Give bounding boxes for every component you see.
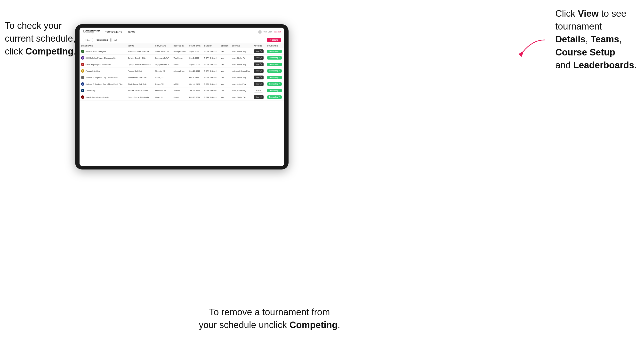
cell-competing[interactable]: Competing ✓	[266, 87, 284, 94]
cell-event-name: ACopper Cup	[80, 87, 126, 94]
col-hosted-by: HOSTED BY	[172, 44, 188, 48]
cell-competing[interactable]: Competing ✓	[266, 94, 284, 101]
cell-venue: Trinity Forest Golf Club	[126, 74, 154, 81]
nav-teams[interactable]: TEAMS	[127, 31, 136, 33]
competing-button[interactable]: Competing ✓	[267, 95, 282, 99]
create-button[interactable]: + Create	[267, 38, 281, 42]
cell-city: Phoenix, AZ	[154, 68, 172, 74]
table-row: HJohn A. Burns IntercollegiateOcean Cour…	[80, 94, 284, 101]
cell-competing[interactable]: Competing ✓	[266, 68, 284, 74]
cell-actions[interactable]: View ⓘ	[252, 94, 266, 101]
cell-division: NCAA Division I	[203, 74, 219, 81]
view-button[interactable]: View ⓘ	[254, 69, 264, 73]
cell-venue: Trinity Forest Golf Club	[126, 81, 154, 87]
device-screen: SCOREBOARD Powered by clippi TOURNAMENTS…	[80, 28, 284, 166]
cell-city: Lihue, HI	[154, 94, 172, 101]
cell-start-date: Sep 18, 2023	[188, 68, 203, 74]
cell-gender: Men	[219, 55, 230, 61]
cell-event-name: HJohn A. Burns Intercollegiate	[80, 94, 126, 101]
user-icon	[258, 30, 262, 34]
cell-division: NCAA Division I	[203, 61, 219, 68]
view-button[interactable]: View ⓘ	[254, 56, 264, 60]
edit-button[interactable]: ✏ Edit	[254, 89, 263, 93]
view-button[interactable]: View ⓘ	[254, 82, 264, 86]
cell-start-date: Sep 4, 2023	[188, 48, 203, 55]
cell-hosted-by: Arizona State	[172, 68, 188, 74]
cell-scoring: team, Stroke Play	[230, 94, 252, 101]
view-button[interactable]: View ⓘ	[254, 62, 264, 66]
competing-button[interactable]: Competing ✓	[267, 50, 282, 53]
col-venue: VENUE	[126, 44, 154, 48]
cell-competing[interactable]: Competing ✓	[266, 48, 284, 55]
table-row: W2023 Sahalee Players ChampionshipSahale…	[80, 55, 284, 61]
scoreboard-powered: Powered by clippi	[83, 32, 100, 34]
cell-competing[interactable]: Competing ✓	[266, 61, 284, 68]
table-row: PPapago IndividualPapago Golf ClubPhoeni…	[80, 68, 284, 74]
cell-scoring: team, Stroke Play	[230, 55, 252, 61]
competing-button[interactable]: Competing ✓	[267, 56, 282, 60]
cell-competing[interactable]: Competing ✓	[266, 81, 284, 87]
tab-competing[interactable]: Competing	[94, 38, 110, 42]
cell-actions[interactable]: View ⓘ	[252, 55, 266, 61]
cell-hosted-by: Washington	[172, 55, 188, 61]
cell-actions[interactable]: View ⓘ	[252, 48, 266, 55]
table-header-row: EVENT NAME VENUE CITY, STATE HOSTED BY S…	[80, 44, 284, 48]
cell-division: NCAA Division I	[203, 48, 219, 55]
table-row: GFolds of Honor CollegiateAmerican Dunes…	[80, 48, 284, 55]
annotation-top-right: Click View to seetournamentDetails, Team…	[555, 7, 637, 72]
competing-button[interactable]: Competing ✓	[267, 76, 282, 79]
cell-scoring: team, Match Play	[230, 87, 252, 94]
cell-division: NCAA Division I	[203, 94, 219, 101]
view-button[interactable]: View ⓘ	[254, 49, 264, 53]
tab-home[interactable]: Ho...	[83, 38, 93, 42]
cell-start-date: Oct 9, 2023	[188, 74, 203, 81]
col-gender: GENDER	[219, 44, 230, 48]
cell-hosted-by: ABAC	[172, 81, 188, 87]
cell-scoring: team, Match Play	[230, 81, 252, 87]
cell-scoring: team, Stroke Play	[230, 74, 252, 81]
cell-event-name: GFolds of Honor Collegiate	[80, 48, 126, 55]
cell-event-name: JJackson T. Stephens Cup – Men's Match P…	[80, 81, 126, 87]
cell-start-date: Feb 15, 2024	[188, 94, 203, 101]
nav-tournaments[interactable]: TOURNAMENTS	[104, 31, 123, 33]
cell-gender: Men	[219, 48, 230, 55]
cell-gender: Men	[219, 61, 230, 68]
cell-scoring: team, Stroke Play	[230, 61, 252, 68]
arrow-to-view	[518, 37, 547, 57]
competing-button[interactable]: Competing ✓	[267, 82, 282, 86]
nav-links: TOURNAMENTS TEAMS	[104, 31, 258, 33]
cell-actions[interactable]: View ⓘ	[252, 74, 266, 81]
col-division: DIVISION	[203, 44, 219, 48]
table-row: JJackson T. Stephens Cup – Men's Match P…	[80, 81, 284, 87]
tab-all[interactable]: All	[112, 38, 119, 42]
cell-venue: American Dunes Golf Club	[126, 48, 154, 55]
col-start-date: START DATE	[188, 44, 203, 48]
col-actions: ACTIONS	[252, 44, 266, 48]
cell-actions[interactable]: View ⓘ	[252, 68, 266, 74]
annotation-top-left: To check yourcurrent schedule,click Comp…	[5, 19, 76, 58]
cell-competing[interactable]: Competing ✓	[266, 55, 284, 61]
cell-city: Dallas, TX	[154, 81, 172, 87]
sign-out-link[interactable]: Sign out	[274, 31, 281, 33]
cell-actions[interactable]: View ⓘ	[252, 81, 266, 87]
competing-button[interactable]: Competing ✓	[267, 89, 282, 92]
user-label: Test User	[264, 31, 272, 33]
table-row: IOFCC Fighting Illini InvitationalOlympi…	[80, 61, 284, 68]
annotation-bottom-text: To remove a tournament fromyour schedule…	[199, 307, 340, 330]
cell-event-name: PPapago Individual	[80, 68, 126, 74]
tournaments-table-container: EVENT NAME VENUE CITY, STATE HOSTED BY S…	[80, 44, 284, 166]
competing-button[interactable]: Competing ✓	[267, 63, 282, 66]
view-button[interactable]: View ⓘ	[254, 76, 264, 79]
cell-city: Sammamish, WA	[154, 55, 172, 61]
cell-event-name: JJackson T. Stephens Cup – Stroke Play	[80, 74, 126, 81]
cell-event-name: IOFCC Fighting Illini Invitational	[80, 61, 126, 68]
cell-actions[interactable]: View ⓘ	[252, 61, 266, 68]
cell-competing[interactable]: Competing ✓	[266, 74, 284, 81]
col-city-state: CITY, STATE	[154, 44, 172, 48]
competing-button[interactable]: Competing ✓	[267, 69, 282, 73]
scoreboard-title: SCOREBOARD	[83, 30, 100, 32]
cell-gender: Men	[219, 94, 230, 101]
cell-city: Dallas, TX	[154, 74, 172, 81]
cell-actions[interactable]: ✏ Edit	[252, 87, 266, 94]
view-button[interactable]: View ⓘ	[254, 95, 264, 99]
